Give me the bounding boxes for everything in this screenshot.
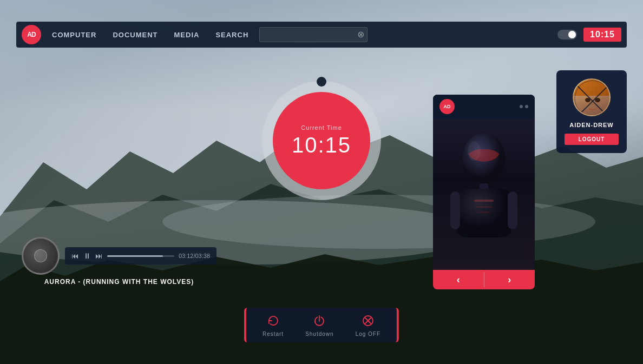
time-info: 03:12/03:38 (179, 253, 210, 259)
topbar: AD COMPUTER DOCUMENT MEDIA SEARCH ⊗ 10:1… (16, 22, 627, 48)
theme-toggle[interactable] (557, 30, 577, 39)
media-next-button[interactable]: › (484, 270, 535, 289)
avatar-face (574, 80, 609, 115)
robot-illustration (446, 124, 522, 264)
svg-rect-8 (450, 191, 460, 229)
clock-widget: Current Time 10:15 (262, 81, 381, 200)
media-dot-1 (520, 105, 523, 108)
album-art (22, 237, 60, 275)
dock-logoff[interactable]: Log OFF (356, 313, 380, 337)
dock-shutdown[interactable]: Shutdown (305, 313, 333, 337)
clock-time: 10:15 (292, 133, 351, 157)
user-card: AIDEN-DREW LOGOUT (556, 70, 627, 153)
dock-restart-label: Restart (263, 331, 284, 337)
media-prev-button[interactable]: ‹ (433, 270, 484, 289)
restart-icon (266, 313, 281, 328)
progress-track (107, 255, 174, 257)
progress-fill (107, 255, 163, 257)
dock-logoff-label: Log OFF (356, 331, 380, 337)
avatar-face-svg (574, 80, 611, 116)
svg-rect-6 (476, 206, 492, 208)
album-art-inner (34, 249, 47, 262)
clock-label: Current Time (301, 124, 342, 131)
svg-point-15 (575, 81, 611, 116)
user-avatar (573, 78, 611, 116)
player-controls: ⏮ ⏸ ⏭ 03:12/03:38 (65, 247, 216, 264)
user-name: AIDEN-DREW (569, 122, 614, 128)
track-title: AURORA - (RUNNING WITH THE WOLVES) (22, 278, 216, 286)
rewind-button[interactable]: ⏮ (71, 252, 79, 260)
music-player: ⏮ ⏸ ⏭ 03:12/03:38 AURORA - (RUNNING WITH… (22, 237, 216, 286)
controls-row: ⏮ ⏸ ⏭ 03:12/03:38 (71, 252, 210, 260)
dock-shutdown-label: Shutdown (305, 331, 333, 337)
search-container: ⊗ (259, 27, 368, 42)
clock-dot (317, 77, 326, 87)
search-input[interactable] (259, 27, 368, 42)
media-dots (520, 105, 528, 108)
logout-button[interactable]: LOGOUT (565, 134, 619, 145)
dock-restart[interactable]: Restart (263, 313, 284, 337)
media-image (433, 118, 535, 270)
clock-face: Current Time 10:15 (273, 92, 370, 189)
search-clear-icon[interactable]: ⊗ (357, 30, 364, 39)
svg-rect-5 (474, 200, 494, 202)
logo-button[interactable]: AD (22, 25, 41, 44)
bottom-dock: Restart Shutdown Log OFF (244, 308, 399, 342)
forward-button[interactable]: ⏭ (95, 252, 103, 260)
logo-text: AD (27, 31, 35, 38)
clock-topbar: 10:15 (583, 28, 621, 42)
nav-items: COMPUTER DOCUMENT MEDIA SEARCH (52, 31, 248, 39)
nav-computer[interactable]: COMPUTER (52, 31, 96, 39)
media-dot-2 (525, 105, 528, 108)
shutdown-icon (312, 313, 327, 328)
media-logo-text: AD (444, 104, 451, 109)
media-logo: AD (439, 99, 455, 114)
nav-search[interactable]: SEARCH (215, 31, 248, 39)
nav-document[interactable]: DOCUMENT (113, 31, 158, 39)
nav-media[interactable]: MEDIA (174, 31, 200, 39)
media-card-header: AD (433, 95, 535, 118)
clock-ring: Current Time 10:15 (262, 81, 381, 200)
svg-rect-7 (477, 211, 490, 213)
media-card: AD (433, 95, 535, 289)
media-nav: ‹ › (433, 270, 535, 289)
pause-button[interactable]: ⏸ (83, 252, 91, 260)
topbar-right: 10:15 (557, 28, 621, 42)
svg-point-10 (468, 141, 481, 161)
logoff-icon (360, 313, 376, 328)
svg-rect-9 (508, 191, 517, 229)
music-controls-row: ⏮ ⏸ ⏭ 03:12/03:38 (22, 237, 216, 275)
